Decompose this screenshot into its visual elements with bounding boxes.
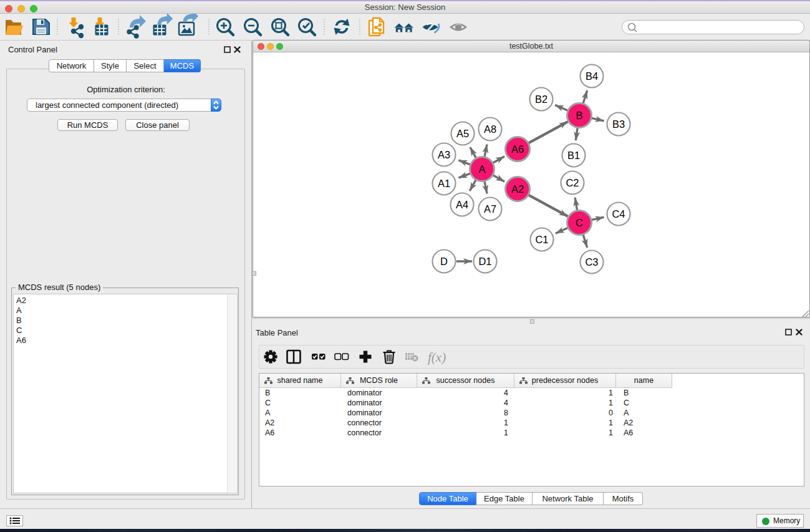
svg-text:D1: D1 [478,256,491,267]
svg-text:B3: B3 [612,118,625,130]
svg-text:D: D [440,256,448,267]
svg-text:B: B [576,110,582,121]
svg-text:B4: B4 [586,70,598,82]
svg-text:A1: A1 [438,178,450,189]
svg-text:A2: A2 [511,183,524,195]
svg-text:A7: A7 [484,203,496,215]
svg-text:A: A [478,163,485,175]
svg-text:A3: A3 [438,149,450,160]
svg-text:A8: A8 [484,123,496,135]
svg-text:C: C [576,217,583,228]
svg-text:A5: A5 [456,128,469,139]
svg-text:A6: A6 [511,143,524,155]
svg-text:C4: C4 [612,208,625,220]
svg-text:C1: C1 [535,234,548,245]
svg-text:C2: C2 [566,177,579,188]
svg-text:B1: B1 [567,150,580,161]
svg-text:B2: B2 [535,94,547,105]
svg-text:A4: A4 [456,199,468,210]
svg-text:f(x): f(x) [428,350,446,365]
svg-text:C3: C3 [585,256,598,268]
